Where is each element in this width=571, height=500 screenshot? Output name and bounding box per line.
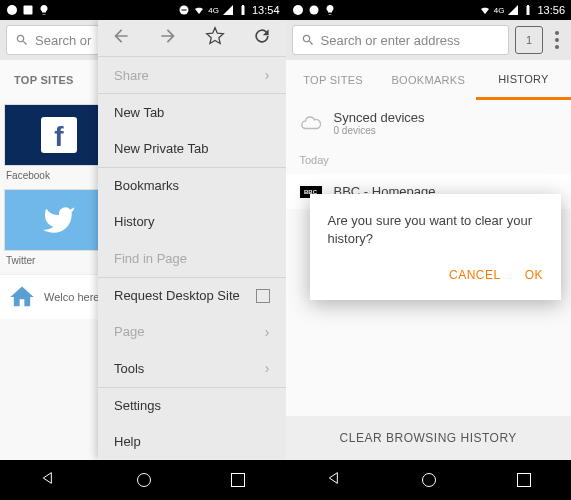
search-icon	[301, 33, 315, 47]
home-icon	[8, 283, 36, 311]
menu-find-in-page[interactable]: Find in Page	[98, 240, 286, 277]
menu-history[interactable]: History	[98, 203, 286, 240]
ok-button[interactable]: OK	[525, 268, 543, 282]
menu-new-tab[interactable]: New Tab	[98, 93, 286, 130]
search-input[interactable]: Search or enter address	[292, 25, 510, 55]
clock: 13:56	[537, 4, 565, 16]
ubuntu-icon	[292, 4, 304, 16]
cancel-button[interactable]: CANCEL	[449, 268, 501, 282]
lightbulb-icon	[38, 4, 50, 16]
svg-rect-3	[182, 10, 187, 11]
confirm-dialog: Are you sure you want to clear your hist…	[310, 194, 562, 300]
dialog-message: Are you sure you want to clear your hist…	[328, 212, 544, 248]
svg-point-4	[293, 5, 303, 15]
status-bar: 4G 13:54	[0, 0, 286, 20]
menu-page[interactable]: Page›	[98, 313, 286, 350]
menu-settings[interactable]: Settings	[98, 387, 286, 424]
menu-share[interactable]: Share›	[98, 57, 286, 94]
forward-button[interactable]	[158, 26, 178, 50]
search-icon	[15, 33, 29, 47]
checkbox-icon	[256, 289, 270, 303]
menu-tools[interactable]: Tools›	[98, 350, 286, 387]
android-nav-bar	[0, 460, 286, 500]
url-bar: Search or enter address 1	[286, 20, 572, 60]
android-nav-bar	[286, 460, 572, 500]
chevron-right-icon: ›	[265, 67, 270, 83]
battery-icon	[522, 4, 534, 16]
menu-help[interactable]: Help	[98, 423, 286, 460]
facebook-icon: f	[41, 117, 77, 153]
chevron-right-icon: ›	[265, 324, 270, 340]
battery-icon	[237, 4, 249, 16]
svg-rect-1	[24, 6, 33, 15]
menu-toolbar	[98, 20, 286, 57]
bookmark-star-button[interactable]	[205, 26, 225, 50]
nav-recent[interactable]	[231, 473, 245, 487]
menu-bookmarks[interactable]: Bookmarks	[98, 167, 286, 204]
svg-point-5	[309, 6, 318, 15]
overflow-menu: Share› New Tab New Private Tab Bookmarks…	[98, 20, 286, 460]
dnd-icon	[178, 4, 190, 16]
nav-home[interactable]	[137, 473, 151, 487]
image-icon	[22, 4, 34, 16]
cloud-icon	[300, 112, 322, 134]
lightbulb-icon	[324, 4, 336, 16]
day-section-label: Today	[286, 146, 572, 174]
svg-point-0	[7, 5, 17, 15]
back-button[interactable]	[111, 26, 131, 50]
twitter-icon	[42, 203, 76, 237]
clock: 13:54	[252, 4, 280, 16]
tabs-bar: TOP SITES BOOKMARKS HISTORY	[286, 60, 572, 100]
clear-history-button[interactable]: CLEAR BROWSING HISTORY	[286, 416, 572, 460]
status-bar: 4G 13:56	[286, 0, 572, 20]
ubuntu-icon	[6, 4, 18, 16]
firefox-icon	[308, 4, 320, 16]
overflow-menu-button[interactable]	[549, 31, 565, 49]
reload-button[interactable]	[252, 26, 272, 50]
menu-new-private-tab[interactable]: New Private Tab	[98, 130, 286, 167]
nav-recent[interactable]	[517, 473, 531, 487]
nav-back[interactable]	[326, 470, 342, 490]
tab-history[interactable]: HISTORY	[476, 60, 571, 100]
wifi-icon	[479, 4, 491, 16]
nav-back[interactable]	[40, 470, 56, 490]
menu-request-desktop[interactable]: Request Desktop Site	[98, 277, 286, 314]
wifi-icon	[193, 4, 205, 16]
synced-devices-row[interactable]: Synced devices 0 devices	[286, 100, 572, 146]
chevron-right-icon: ›	[265, 360, 270, 376]
tab-bookmarks[interactable]: BOOKMARKS	[381, 60, 476, 100]
signal-icon	[507, 4, 519, 16]
tab-topsites[interactable]: TOP SITES	[286, 60, 381, 100]
nav-home[interactable]	[422, 473, 436, 487]
signal-icon	[222, 4, 234, 16]
tabs-button[interactable]: 1	[515, 26, 543, 54]
